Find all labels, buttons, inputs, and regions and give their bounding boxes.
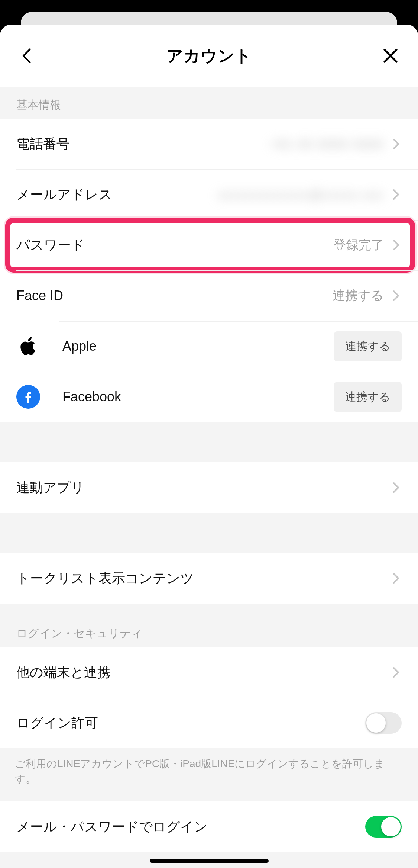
chevron-right-icon [391,138,402,150]
row-label: Apple [62,338,97,354]
link-facebook-button[interactable]: 連携する [334,382,402,412]
row-apple: Apple 連携する [0,321,418,372]
row-phone[interactable]: 電話番号 +81 00 0000 0000 [0,119,418,169]
row-value-password: 登録完了 [333,237,384,254]
row-talk-list-contents[interactable]: トークリスト表示コンテンツ [0,553,418,604]
row-value-phone: +81 00 0000 0000 [270,137,384,151]
row-label: メール・パスワードでログイン [16,818,208,836]
home-indicator[interactable] [150,859,269,863]
group-linked-apps: 連動アプリ [0,462,418,513]
row-label: Facebook [62,389,121,405]
row-other-devices[interactable]: 他の端末と連携 [0,647,418,698]
toggle-email-pw-login[interactable] [365,816,402,838]
chevron-right-icon [391,239,402,251]
chevron-left-icon [19,48,36,64]
row-email[interactable]: メールアドレス xxxxxxxxxxxxx@xxxxx.xxx [0,169,418,220]
row-label: 連動アプリ [16,479,84,497]
row-allow-login: ログイン許可 [0,698,418,748]
row-label: パスワード [16,236,85,254]
chevron-right-icon [391,667,402,678]
group-login-security: 他の端末と連携 ログイン許可 [0,647,418,748]
chevron-right-icon [391,482,402,493]
row-password[interactable]: パスワード 登録完了 [0,220,418,270]
row-faceid[interactable]: Face ID 連携する [0,270,418,321]
allow-login-footnote: ご利用のLINEアカウントでPC版・iPad版LINEにログインすることを許可し… [0,748,418,801]
row-label: トークリスト表示コンテンツ [16,569,194,588]
row-facebook: Facebook 連携する [0,372,418,422]
header-bar: アカウント [0,25,418,87]
row-label: Face ID [16,288,63,303]
row-label: 他の端末と連携 [16,663,111,682]
toggle-allow-login[interactable] [365,712,402,734]
section-gap [0,513,418,553]
row-email-password-login: メール・パスワードでログイン [0,801,418,852]
row-value-email: xxxxxxxxxxxxx@xxxxx.xxx [218,187,384,202]
chevron-right-icon [391,290,402,301]
row-linked-apps[interactable]: 連動アプリ [0,462,418,513]
chevron-right-icon [391,189,402,200]
chevron-right-icon [391,573,402,584]
group-email-pw-login: メール・パスワードでログイン [0,801,418,852]
section-header-login-security: ログイン・セキュリティ [0,604,418,647]
apple-icon [16,334,40,358]
group-talk-list: トークリスト表示コンテンツ [0,553,418,604]
row-value-faceid: 連携する [333,287,384,304]
row-label: 電話番号 [16,135,70,153]
close-icon [382,47,399,64]
facebook-icon [16,385,40,409]
page-title: アカウント [39,45,379,67]
row-label: ログイン許可 [16,714,98,732]
link-apple-button[interactable]: 連携する [334,331,402,361]
section-gap [0,422,418,462]
close-button[interactable] [379,45,402,67]
group-basic: 電話番号 +81 00 0000 0000 メールアドレス xxxxxxxxxx… [0,119,418,422]
section-header-basic: 基本情報 [0,87,418,119]
back-button[interactable] [16,45,39,67]
row-label: メールアドレス [16,186,112,204]
account-settings-sheet: アカウント 基本情報 電話番号 +81 00 0000 0000 メールアドレス… [0,25,418,868]
